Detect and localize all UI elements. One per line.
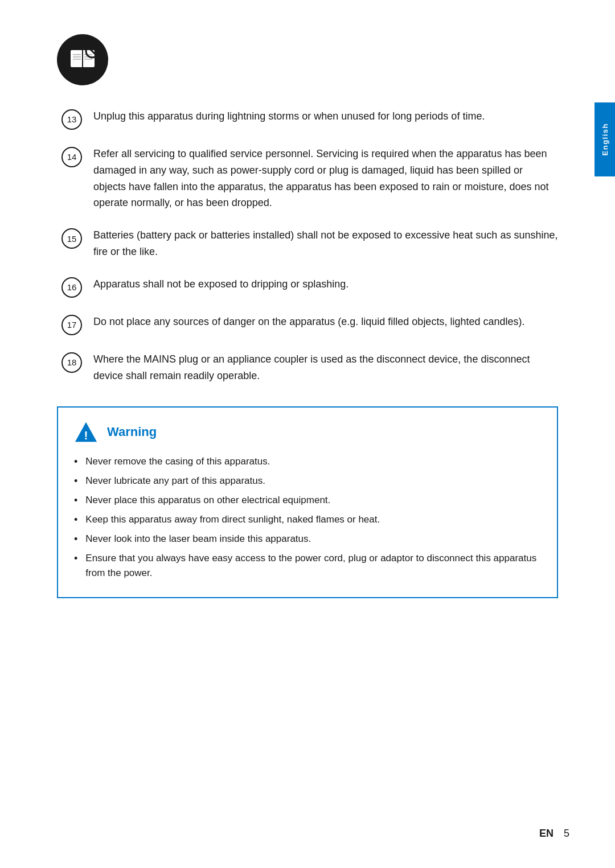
item-text-16: Apparatus shall not be exposed to drippi… [93,276,558,293]
language-label: English [601,123,609,155]
list-item: 18 Where the MAINS plug or an appliance … [57,351,558,384]
item-text-17: Do not place any sources of danger on th… [93,314,558,330]
footer-page-number: 5 [564,828,569,840]
warning-box: ! Warning Never remove the casing of thi… [57,406,558,598]
warning-item-text-1: Never remove the casing of this apparatu… [85,454,270,469]
warning-list-item: Keep this apparatus away from direct sun… [74,512,541,528]
warning-item-text-6: Ensure that you always have easy access … [85,551,541,581]
warning-list-item: Never lubricate any part of this apparat… [74,474,541,489]
item-number-16: 16 [62,277,82,298]
warning-triangle-icon: ! [74,420,98,444]
list-item: 15 Batteries (battery pack or batteries … [57,227,558,260]
item-text-18: Where the MAINS plug or an appliance cou… [93,351,558,384]
item-number-13: 13 [62,109,82,130]
svg-text:!: ! [84,429,88,442]
warning-list-item: Never look into the laser beam inside th… [74,532,541,548]
warning-title: Warning [107,425,157,439]
warning-list-item: Never remove the casing of this apparatu… [74,454,541,470]
item-text-15: Batteries (battery pack or batteries ins… [93,227,558,260]
item-number-14: 14 [62,147,82,167]
list-item: 14 Refer all servicing to qualified serv… [57,146,558,211]
warning-items-list: Never remove the casing of this apparatu… [74,454,541,581]
page-container: English [0,0,615,868]
warning-item-text-4: Keep this apparatus away from direct sun… [85,512,380,527]
language-tab: English [594,102,615,176]
item-number-17: 17 [62,315,82,335]
footer-language: EN [539,828,554,840]
warning-header: ! Warning [74,420,541,444]
list-item: 16 Apparatus shall not be exposed to dri… [57,276,558,298]
item-number-15: 15 [62,228,82,249]
logo-icon [63,40,102,80]
list-item: 17 Do not place any sources of danger on… [57,314,558,335]
warning-item-text-2: Never lubricate any part of this apparat… [85,474,265,488]
page-footer: EN 5 [539,828,569,840]
svg-rect-1 [71,50,83,67]
warning-item-text-3: Never place this apparatus on other elec… [85,493,330,508]
item-text-13: Unplug this apparatus during lightning s… [93,108,558,125]
list-item: 13 Unplug this apparatus during lightnin… [57,108,558,130]
warning-list-item: Never place this apparatus on other elec… [74,493,541,509]
item-text-14: Refer all servicing to qualified service… [93,146,558,211]
item-number-18: 18 [62,352,82,373]
logo [57,34,108,85]
safety-instructions-list: 13 Unplug this apparatus during lightnin… [57,108,558,384]
warning-list-item: Ensure that you always have easy access … [74,551,541,581]
logo-area [57,34,558,85]
warning-item-text-5: Never look into the laser beam inside th… [85,532,311,546]
